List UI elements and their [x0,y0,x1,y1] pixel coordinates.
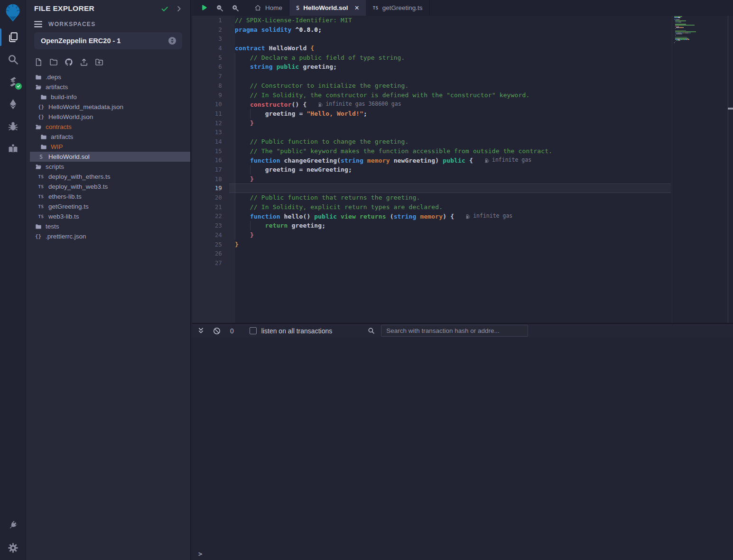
terminal[interactable]: > [192,338,733,560]
listen-transactions-label[interactable]: listen on all transactions [261,327,332,335]
tree-item-.prettierrc.json[interactable]: {}.prettierrc.json [26,231,190,241]
line-number[interactable]: 22 [192,211,235,221]
tree-item-getGreeting.ts[interactable]: TSgetGreeting.ts [26,202,190,211]
code-line-5[interactable]: 5 // Declare a public field of type stri… [192,53,733,63]
tree-item-scripts[interactable]: scripts [26,162,190,172]
code-line-19[interactable]: 19 [192,184,733,193]
activity-search[interactable] [0,48,26,71]
run-icon[interactable] [200,4,208,12]
code-line-13[interactable]: 13 [192,128,733,137]
activity-solidity-compiler[interactable] [0,71,26,93]
line-number[interactable]: 19 [192,184,235,193]
line-number[interactable]: 11 [192,109,235,119]
tab-Home[interactable]: Home [248,0,289,16]
line-number[interactable]: 13 [192,128,235,137]
line-number[interactable]: 26 [192,249,235,258]
line-number[interactable]: 14 [192,137,235,147]
code-line-23[interactable]: 23 return greeting; [192,221,733,230]
line-number[interactable]: 9 [192,91,235,100]
tree-item-tests[interactable]: tests [26,221,190,231]
close-tab-icon[interactable]: × [355,4,359,12]
code-line-24[interactable]: 24 } [192,230,733,240]
github-icon[interactable] [65,58,73,66]
code-line-4[interactable]: 4contract HelloWorld { [192,44,733,53]
tree-item-HelloWorld_metadata.json[interactable]: {}HelloWorld_metadata.json [26,102,190,112]
code-line-1[interactable]: 1// SPDX-License-Identifier: MIT [192,16,733,25]
tree-item-ethers-lib.ts[interactable]: TSethers-lib.ts [26,192,190,202]
code-line-22[interactable]: 22 function hello() public view returns … [192,211,733,221]
code-line-18[interactable]: 18 } [192,174,733,184]
upload-folder-icon[interactable] [95,58,103,66]
tree-item-build-info[interactable]: build-info [26,92,190,102]
tree-item-deploy_with_ethers.ts[interactable]: TSdeploy_with_ethers.ts [26,172,190,182]
code-line-11[interactable]: 11 greeting = "Hello, World!"; [192,109,733,119]
tree-item-artifacts[interactable]: artifacts [26,82,190,92]
line-number[interactable]: 24 [192,230,235,240]
activity-learneth[interactable] [0,138,26,160]
listen-transactions-checkbox[interactable] [250,327,257,334]
line-number[interactable]: 21 [192,202,235,212]
code-line-3[interactable]: 3 [192,34,733,44]
terminal-search-input[interactable] [381,325,528,337]
line-number[interactable]: 15 [192,147,235,156]
code-line-6[interactable]: 6 string public greeting; [192,62,733,72]
code-line-7[interactable]: 7 [192,72,733,81]
code-line-2[interactable]: 2pragma solidity ^0.8.0; [192,25,733,35]
tree-item-web3-lib.ts[interactable]: TSweb3-lib.ts [26,211,190,221]
tree-item-.deps[interactable]: .deps [26,72,190,82]
activity-settings[interactable] [0,537,26,559]
tree-item-HelloWorld.json[interactable]: {}HelloWorld.json [26,112,190,122]
line-number[interactable]: 16 [192,156,235,165]
code-line-14[interactable]: 14 // Public function to change the gree… [192,137,733,147]
code-line-8[interactable]: 8 // Constructor to initialize the greet… [192,81,733,91]
code-line-21[interactable]: 21 // In Solidity, explicit return types… [192,202,733,212]
line-number[interactable]: 8 [192,81,235,91]
tab-HelloWorld.sol[interactable]: SHelloWorld.sol× [289,0,366,16]
upload-file-icon[interactable] [80,58,88,66]
code-line-27[interactable]: 27 [192,258,733,268]
code-line-20[interactable]: 20 // Public function that returns the g… [192,193,733,202]
zoom-out-icon[interactable] [216,4,223,12]
line-number[interactable]: 6 [192,62,235,72]
tree-item-deploy_with_web3.ts[interactable]: TSdeploy_with_web3.ts [26,182,190,192]
tree-item-contracts[interactable]: contracts [26,122,190,132]
tab-getGreeting.ts[interactable]: TSgetGreeting.ts [366,0,430,16]
clear-console-icon[interactable] [213,327,221,335]
line-number[interactable]: 23 [192,221,235,230]
code-editor[interactable]: 1// SPDX-License-Identifier: MIT2pragma … [192,16,733,323]
new-file-icon[interactable] [34,58,43,66]
tree-item-artifacts[interactable]: artifacts [26,132,190,142]
terminal-collapse-icon[interactable] [197,327,204,334]
chevron-right-icon[interactable] [176,5,183,12]
hamburger-menu-icon[interactable] [34,21,42,28]
line-number[interactable]: 25 [192,240,235,249]
line-number[interactable]: 18 [192,174,235,184]
code-line-17[interactable]: 17 greeting = newGreeting; [192,165,733,174]
line-number[interactable]: 12 [192,119,235,128]
code-line-9[interactable]: 9 // In Solidity, the constructor is def… [192,91,733,100]
zoom-in-icon[interactable] [232,4,239,12]
line-number[interactable]: 7 [192,72,235,81]
code-line-26[interactable]: 26 [192,249,733,258]
tree-item-WIP[interactable]: WIP [26,142,190,152]
line-number[interactable]: 10 [192,100,235,109]
new-folder-icon[interactable] [49,58,58,66]
line-number[interactable]: 17 [192,165,235,174]
code-line-10[interactable]: 10 constructor() {infinite gas 368600 ga… [192,100,733,109]
activity-file-explorer[interactable] [0,26,26,48]
activity-plugin-manager[interactable] [0,514,26,537]
line-number[interactable]: 20 [192,193,235,202]
line-number[interactable]: 5 [192,53,235,63]
activity-deploy-run[interactable] [0,93,26,115]
line-number[interactable]: 27 [192,258,235,268]
line-number[interactable]: 1 [192,16,235,25]
workspace-select[interactable]: OpenZeppelin ERC20 - 1 [34,32,182,49]
code-line-25[interactable]: 25} [192,240,733,249]
activity-debugger[interactable] [0,115,26,138]
code-line-15[interactable]: 15 // The "public" keyword makes the fun… [192,147,733,156]
code-line-12[interactable]: 12 } [192,119,733,128]
scrollbar-handle[interactable] [728,108,733,110]
line-number[interactable]: 3 [192,34,235,44]
code-line-16[interactable]: 16 function changeGreeting(string memory… [192,156,733,165]
line-number[interactable]: 4 [192,44,235,53]
